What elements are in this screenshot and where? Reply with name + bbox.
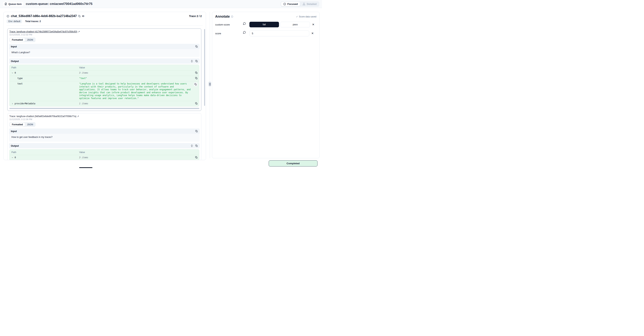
input-text: How to get user feedback in my traces? <box>9 134 200 142</box>
tab-formatted[interactable]: Formatted <box>10 38 25 42</box>
input-section-header: Input <box>9 44 200 49</box>
trace-card-2: Trace: langfuse-chatbot (9d0a6f2e6de8670… <box>7 113 201 160</box>
expand-vertical-icon[interactable] <box>191 145 193 147</box>
tab-json[interactable]: JSON <box>25 38 35 42</box>
trace-1-timestamp: 11/12/2025, 3:12:32 PM <box>9 34 199 36</box>
json-row-text[interactable]: text "Langfuse is a tool designed to hel… <box>10 81 199 101</box>
json-table-header: Path Value <box>10 149 199 155</box>
output-json-table: Path Value 0 3 items type "text <box>9 65 199 107</box>
total-traces-label: Total traces: 2 <box>25 20 41 23</box>
comment-icon[interactable] <box>243 22 246 25</box>
x-icon: ✕ <box>311 32 314 35</box>
save-status-label: Score data saved <box>299 15 316 18</box>
json-row-type[interactable]: type "text" <box>10 76 199 81</box>
delete-score-button[interactable]: ✕ <box>312 23 314 26</box>
trace-2-timestamp: 11/12/2025, 3:12:36 PM <box>9 118 199 120</box>
path-column-header: Path <box>10 66 77 69</box>
json-row-0-value: 3 items <box>77 72 194 75</box>
focused-view-button[interactable]: Focused <box>281 2 300 6</box>
x-icon: ✕ <box>312 23 314 26</box>
info-icon <box>231 15 233 18</box>
copy-input-button[interactable] <box>195 130 198 132</box>
delete-score-button[interactable]: ✕ <box>311 32 314 35</box>
copy-input-button[interactable] <box>195 45 198 48</box>
view-mode-toggle: Focused Detailed <box>280 1 320 7</box>
trace-card-1: Trace: langfuse-chatbot (d174b1589072e43… <box>7 29 201 111</box>
trace-1-link[interactable]: Trace: langfuse-chatbot (d174b1589072e43… <box>9 30 77 33</box>
trace-1-format-tabs: Formatted JSON <box>9 38 36 42</box>
output-label: Output <box>11 60 19 63</box>
chevron-right-icon[interactable] <box>12 103 14 105</box>
annotate-panel: Annotate ✓ Score data saved custom-score… <box>212 12 320 158</box>
trace-2-link[interactable]: Trace: langfuse-chatbot (9d0a6f2e6de8670… <box>9 115 76 118</box>
panel-resize-handle[interactable] <box>208 82 211 87</box>
external-link-icon: ↗ <box>77 115 79 118</box>
save-status: ✓ Score data saved <box>296 15 316 18</box>
input-label: Input <box>11 45 17 48</box>
value-column-header: Value <box>77 66 194 69</box>
path-column-header: Path <box>10 151 77 154</box>
json-row-0-value: 3 items <box>77 156 194 159</box>
json-row-text-value: "Langfuse is a tool designed to help bus… <box>77 82 194 100</box>
copy-row-button[interactable] <box>194 82 198 86</box>
tree-icon <box>302 3 305 6</box>
queue-item-header: chat_536ed067-b86e-4eb6-882b-ba27148a234… <box>4 12 206 26</box>
queue-item-panel: chat_536ed067-b86e-4eb6-882b-ba27148a234… <box>3 12 206 160</box>
focused-view-label: Focused <box>288 3 298 6</box>
input-text: What's Langfuse? <box>9 49 200 57</box>
copy-row-button[interactable] <box>195 156 198 159</box>
clock-icon <box>6 15 9 18</box>
vertical-scrollbar[interactable] <box>204 29 205 106</box>
page-hscrollbar-thumb[interactable] <box>79 167 92 168</box>
id-label: ID <box>82 15 84 17</box>
grip-dots-icon <box>209 83 211 85</box>
comment-icon[interactable] <box>243 31 246 34</box>
tab-formatted[interactable]: Formatted <box>10 123 25 126</box>
completed-button[interactable]: Completed <box>269 160 318 167</box>
external-link-icon: ↗ <box>78 30 80 33</box>
score-option-fail-button[interactable]: fail <box>250 22 279 27</box>
score-row-score: score ✕ <box>212 31 320 36</box>
expand-vertical-icon[interactable] <box>191 60 193 62</box>
traces-scroll-area: Trace: langfuse-chatbot (d174b1589072e43… <box>4 26 206 160</box>
json-row-providerMetadata[interactable]: providerMetadata 1 items <box>10 101 199 106</box>
check-icon: ✓ <box>296 15 298 18</box>
output-section-header: Output <box>9 59 200 64</box>
item-title: chat_536ed067-b86e-4eb6-882b-ba27148a234… <box>11 15 77 18</box>
score-option-pass-button[interactable]: pass <box>280 22 310 27</box>
copy-output-button[interactable] <box>195 60 198 62</box>
copy-row-button[interactable] <box>195 72 198 74</box>
json-row-0[interactable]: 0 3 items <box>10 70 199 76</box>
json-row-providerMetadata-value: 1 items <box>77 102 194 105</box>
json-row-0[interactable]: 0 3 items <box>10 155 199 160</box>
copy-id-button[interactable] <box>78 15 81 18</box>
chevron-down-icon[interactable] <box>12 72 14 74</box>
output-section-header: Output <box>9 143 200 148</box>
score-value-input[interactable] <box>250 31 309 36</box>
clipboard-pen-icon <box>4 3 7 5</box>
detailed-view-button[interactable]: Detailed <box>300 2 319 6</box>
focus-icon <box>283 3 286 6</box>
output-label: Output <box>11 144 19 147</box>
env-badge: Env: default <box>6 20 22 23</box>
detailed-view-label: Detailed <box>307 3 316 6</box>
horizontal-scrollbar[interactable] <box>9 108 199 109</box>
chevron-down-icon[interactable] <box>12 157 14 159</box>
tab-json[interactable]: JSON <box>25 123 35 126</box>
json-table-header: Path Value <box>10 65 199 70</box>
copy-row-button[interactable] <box>195 77 198 79</box>
value-column-header: Value <box>77 151 194 154</box>
page-title: custom-queue: cmiacwel70041ad060s7tlr75 <box>26 2 92 6</box>
copy-row-button[interactable] <box>195 102 198 105</box>
score-row-custom-score: custom-score fail pass ✕ <box>212 22 320 27</box>
input-label: Input <box>11 130 17 133</box>
top-bar: Queue item custom-queue: cmiacwel70041ad… <box>0 0 322 8</box>
queue-item-badge: Queue item <box>2 2 24 6</box>
trace-2-format-tabs: Formatted JSON <box>9 122 36 127</box>
copy-output-button[interactable] <box>195 145 198 147</box>
annotate-title: Annotate <box>215 15 230 19</box>
input-section-header: Input <box>9 129 200 134</box>
score-name-label: custom-score <box>215 22 243 26</box>
score-name-label: score <box>215 32 221 35</box>
queue-item-badge-label: Queue item <box>8 3 22 6</box>
